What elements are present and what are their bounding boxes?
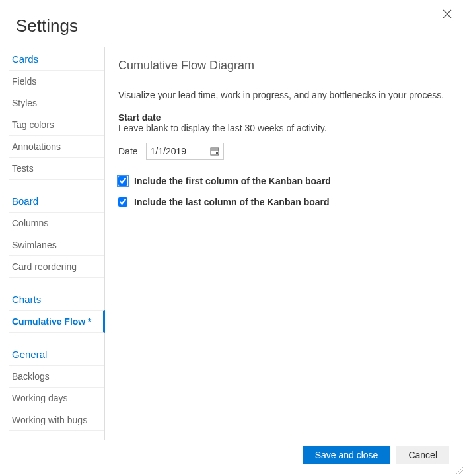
svg-rect-2 <box>216 152 218 154</box>
include-last-column-label: Include the last column of the Kanban bo… <box>134 197 330 207</box>
sidebar: Cards Fields Styles Tag colors Annotatio… <box>9 47 105 440</box>
sidebar-item-fields[interactable]: Fields <box>9 70 104 92</box>
calendar-icon[interactable] <box>210 147 219 156</box>
sidebar-item-styles[interactable]: Styles <box>9 92 104 114</box>
sidebar-section-cards: Cards <box>9 47 104 70</box>
sidebar-item-tag-colors[interactable]: Tag colors <box>9 114 104 135</box>
resize-grip-icon[interactable] <box>454 465 464 475</box>
include-first-column-checkbox[interactable] <box>118 176 127 186</box>
sidebar-item-cumulative-flow[interactable]: Cumulative Flow * <box>9 310 105 333</box>
start-date-label: Start date <box>118 112 449 123</box>
close-icon <box>443 9 452 18</box>
sidebar-section-general: General <box>9 342 104 365</box>
sidebar-item-tests[interactable]: Tests <box>9 157 104 180</box>
content-description: Visualize your lead time, work in progre… <box>118 90 449 100</box>
footer: Save and close Cancel <box>303 446 449 464</box>
sidebar-item-working-days[interactable]: Working days <box>9 387 104 409</box>
close-button[interactable] <box>443 9 452 21</box>
cancel-button[interactable]: Cancel <box>396 446 449 464</box>
sidebar-item-card-reordering[interactable]: Card reordering <box>9 255 104 278</box>
date-label: Date <box>118 146 138 156</box>
include-last-column-checkbox[interactable] <box>118 197 127 207</box>
dialog-title: Settings <box>0 0 465 47</box>
sidebar-item-annotations[interactable]: Annotations <box>9 135 104 157</box>
date-input-wrapper[interactable] <box>146 143 224 160</box>
start-date-hint: Leave blank to display the last 30 weeks… <box>118 123 449 133</box>
svg-rect-0 <box>211 148 219 155</box>
save-and-close-button[interactable]: Save and close <box>303 446 390 464</box>
sidebar-section-board: Board <box>9 189 104 212</box>
sidebar-section-charts: Charts <box>9 287 104 310</box>
content-pane: Cumulative Flow Diagram Visualize your l… <box>105 47 465 440</box>
include-first-column-label: Include the first column of the Kanban b… <box>134 176 331 186</box>
date-input[interactable] <box>151 146 198 156</box>
sidebar-item-swimlanes[interactable]: Swimlanes <box>9 234 104 255</box>
sidebar-item-working-with-bugs[interactable]: Working with bugs <box>9 409 104 431</box>
sidebar-item-columns[interactable]: Columns <box>9 212 104 234</box>
sidebar-item-backlogs[interactable]: Backlogs <box>9 365 104 387</box>
svg-line-5 <box>462 473 463 474</box>
content-title: Cumulative Flow Diagram <box>118 59 449 73</box>
